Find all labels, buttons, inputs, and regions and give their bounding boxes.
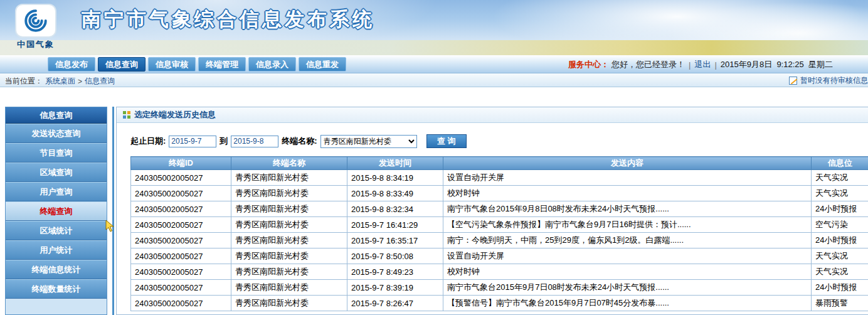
sidebar-title: 信息查询 bbox=[6, 107, 107, 124]
sidebar-item-区域统计[interactable]: 区域统计 bbox=[6, 221, 107, 240]
table-row[interactable]: 240305002005027青秀区南阳新光村委2015-9-8 8:33:49… bbox=[131, 186, 868, 201]
mouse-cursor bbox=[105, 220, 114, 232]
table-cell: 青秀区南阳新光村委 bbox=[231, 296, 347, 311]
table-cell: 2015-9-7 8:39:19 bbox=[347, 280, 443, 296]
tab-信息审核[interactable]: 信息审核 bbox=[148, 57, 196, 72]
table-cell: 天气实况 bbox=[812, 186, 868, 201]
app-title: 南宁市气象综合信息发布系统 bbox=[82, 6, 375, 33]
panel-divider bbox=[112, 107, 114, 315]
table-cell: 240305002005027 bbox=[131, 248, 231, 264]
table-row[interactable]: 240305002005027青秀区南阳新光村委2015-9-7 16:35:1… bbox=[131, 233, 868, 248]
table-cell: 南宁市气象台2015年9月8日08时发布未来24小时天气预报...... bbox=[443, 201, 812, 217]
table-row[interactable]: 240305002005027青秀区南阳新光村委2015-9-8 8:34:19… bbox=[131, 170, 868, 186]
table-cell: 青秀区南阳新光村委 bbox=[231, 233, 347, 248]
table-cell: 24小时预报 bbox=[812, 201, 868, 217]
table-cell: 南宁市气象台2015年9月7日08时发布未来24小时天气预报...... bbox=[443, 280, 812, 296]
table-cell: 2015-9-7 16:41:29 bbox=[347, 217, 443, 233]
sidebar-item-终端数量统计[interactable]: 终端数量统计 bbox=[6, 279, 107, 299]
table-cell: 【预警信号】南宁市气象台2015年9月7日07时45分发布暴...... bbox=[443, 296, 812, 311]
table-cell: 青秀区南阳新光村委 bbox=[231, 280, 347, 296]
column-header: 发送时间 bbox=[347, 157, 443, 170]
date-from-input[interactable] bbox=[169, 136, 216, 147]
breadcrumb-label: 当前位置： bbox=[5, 76, 43, 87]
nav-info: 服务中心： 您好，您已经登录！ | 退出 | 2015年9月8日 9:12:25… bbox=[568, 59, 833, 70]
table-cell: 空气污染 bbox=[812, 217, 868, 233]
table-cell: 240305002005027 bbox=[131, 296, 231, 311]
terminal-select[interactable]: 青秀区南阳新光村委 bbox=[320, 135, 417, 148]
table-cell: 设置自动开关屏 bbox=[443, 170, 812, 186]
breadcrumb-separator: > bbox=[78, 77, 82, 86]
table-row[interactable]: 240305002005027青秀区南阳新光村委2015-9-7 8:49:23… bbox=[131, 264, 868, 280]
query-button[interactable]: 查 询 bbox=[426, 134, 467, 148]
table-row[interactable]: 240305002005027青秀区南阳新光村委2015-9-7 8:26:47… bbox=[131, 296, 868, 311]
table-cell: 校对时钟 bbox=[443, 264, 812, 280]
sidebar-items: 发送状态查询节目查询区域查询用户查询终端查询区域统计用户统计终端信息统计终端数量… bbox=[6, 124, 107, 299]
section-header: 选定终端发送历史信息 bbox=[117, 107, 868, 123]
sidebar-item-用户统计[interactable]: 用户统计 bbox=[6, 240, 107, 260]
tab-信息重发[interactable]: 信息重发 bbox=[299, 57, 346, 72]
tab-终端管理[interactable]: 终端管理 bbox=[198, 57, 246, 72]
table-cell: 24小时预报 bbox=[812, 233, 868, 248]
history-table: 终端ID终端名称发送时间发送内容信息位 240305002005027青秀区南阳… bbox=[130, 156, 868, 311]
table-cell: 青秀区南阳新光村委 bbox=[231, 217, 347, 233]
datetime-display: 2015年9月8日 9:12:25 星期二 bbox=[721, 59, 833, 70]
table-cell: 240305002005027 bbox=[131, 186, 231, 201]
table-row[interactable]: 240305002005027青秀区南阳新光村委2015-9-7 8:39:19… bbox=[131, 280, 868, 296]
table-cell: 240305002005027 bbox=[131, 280, 231, 296]
column-header: 终端名称 bbox=[231, 157, 347, 170]
note-icon bbox=[789, 77, 797, 85]
table-cell: 2015-9-7 16:35:17 bbox=[347, 233, 443, 248]
table-cell: 南宁：今晚到明天，中雨，25到29度，偏东风1到2级。白露端...... bbox=[443, 233, 812, 248]
table-body: 240305002005027青秀区南阳新光村委2015-9-8 8:34:19… bbox=[131, 170, 868, 311]
tab-信息查询[interactable]: 信息查询 bbox=[98, 57, 146, 72]
tab-信息发布[interactable]: 信息发布 bbox=[48, 57, 95, 72]
nav-bar: 信息发布信息查询信息审核终端管理信息录入信息重发 服务中心： 您好，您已经登录！… bbox=[0, 55, 868, 73]
cma-logo bbox=[15, 4, 56, 38]
spiral-logo-icon bbox=[23, 8, 49, 34]
table-cell: 2015-9-7 8:49:23 bbox=[347, 264, 443, 280]
sidebar-item-终端信息统计[interactable]: 终端信息统计 bbox=[6, 260, 107, 279]
table-cell: 240305002005027 bbox=[131, 170, 231, 186]
section-title: 选定终端发送历史信息 bbox=[134, 109, 216, 120]
tab-信息录入[interactable]: 信息录入 bbox=[248, 57, 296, 72]
query-form: 起止日期: 到 终端名称: 青秀区南阳新光村委 查 询 bbox=[130, 134, 868, 148]
nav-tabs: 信息发布信息查询信息审核终端管理信息录入信息重发 bbox=[48, 57, 346, 72]
table-cell: 青秀区南阳新光村委 bbox=[231, 264, 347, 280]
main-panel: 选定终端发送历史信息 起止日期: 到 终端名称: 青秀区南阳新光村委 查 询 终… bbox=[116, 107, 868, 315]
table-cell: 2015-9-8 8:34:19 bbox=[347, 170, 443, 186]
table-cell: 240305002005027 bbox=[131, 201, 231, 217]
separator: | bbox=[713, 60, 717, 70]
table-cell: 天气实况 bbox=[812, 264, 868, 280]
table-cell: 2015-9-7 8:26:47 bbox=[347, 296, 443, 311]
review-notice-text: 暂时没有待审核信息 bbox=[800, 75, 868, 86]
review-notice: 暂时没有待审核信息 bbox=[789, 75, 868, 86]
table-cell: 校对时钟 bbox=[443, 186, 812, 201]
table-cell: 青秀区南阳新光村委 bbox=[231, 186, 347, 201]
sidebar-item-终端查询[interactable]: 终端查询 bbox=[6, 201, 107, 221]
sidebar-item-节目查询[interactable]: 节目查询 bbox=[6, 143, 107, 163]
table-row[interactable]: 240305002005027青秀区南阳新光村委2015-9-7 8:50:08… bbox=[131, 248, 868, 264]
sidebar-item-用户查询[interactable]: 用户查询 bbox=[6, 182, 107, 201]
service-center-label: 服务中心： bbox=[568, 59, 609, 70]
separator: | bbox=[687, 60, 692, 70]
to-label: 到 bbox=[220, 136, 228, 147]
terminal-name-label: 终端名称: bbox=[282, 136, 317, 147]
sidebar-item-区域查询[interactable]: 区域查询 bbox=[6, 163, 107, 182]
table-cell: 天气实况 bbox=[812, 170, 868, 186]
date-to-input[interactable] bbox=[231, 136, 278, 147]
table-cell: 2015-9-8 8:32:34 bbox=[347, 201, 443, 217]
table-cell: 2015-9-7 8:50:08 bbox=[347, 248, 443, 264]
sidebar-item-发送状态查询[interactable]: 发送状态查询 bbox=[6, 124, 107, 143]
breadcrumb: 当前位置： 系统桌面 > 信息查询 bbox=[5, 76, 115, 87]
table-row[interactable]: 240305002005027青秀区南阳新光村委2015-9-8 8:32:34… bbox=[131, 201, 868, 217]
logo-caption: 中国气象 bbox=[11, 39, 60, 50]
table-cell: 【空气污染气象条件预报】南宁市气象台9月7日16时提供：预计...... bbox=[443, 217, 812, 233]
breadcrumb-current[interactable]: 信息查询 bbox=[85, 76, 115, 87]
breadcrumb-home[interactable]: 系统桌面 bbox=[45, 76, 75, 87]
table-cell: 240305002005027 bbox=[131, 264, 231, 280]
table-header-row: 终端ID终端名称发送时间发送内容信息位 bbox=[131, 157, 868, 170]
column-header: 信息位 bbox=[812, 157, 868, 170]
logout-link[interactable]: 退出 bbox=[694, 59, 711, 70]
table-cell: 24小时预报 bbox=[812, 280, 868, 296]
table-row[interactable]: 240305002005027青秀区南阳新光村委2015-9-7 16:41:2… bbox=[131, 217, 868, 233]
